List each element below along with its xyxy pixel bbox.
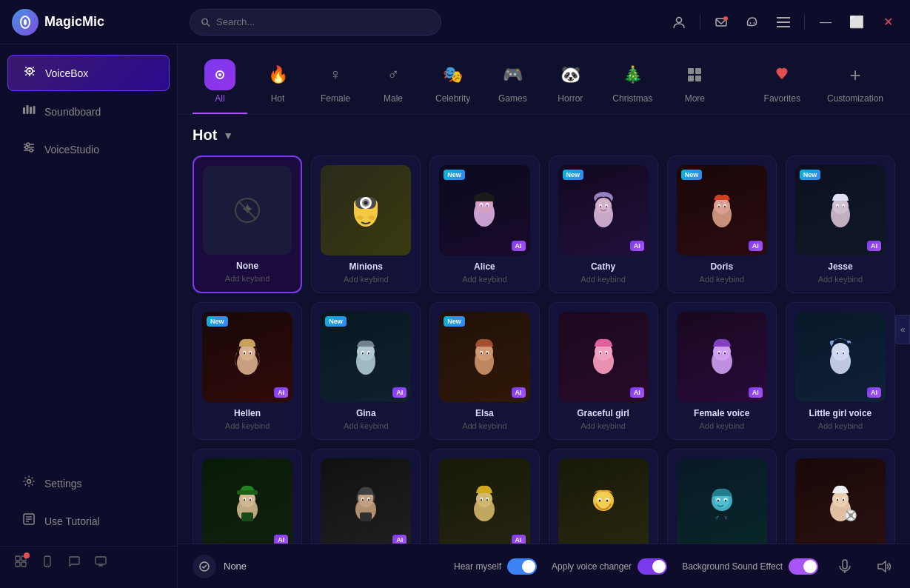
voice-card-alice[interactable]: New AI Alice Add keybind <box>429 156 539 293</box>
search-input[interactable] <box>216 16 430 27</box>
voice-avatar-hellen: New AI <box>202 312 292 402</box>
apply-voice-control: Apply voice changer <box>552 558 667 575</box>
tab-celebrity[interactable]: 🎭 Celebrity <box>424 53 482 114</box>
svg-rect-16 <box>30 107 32 114</box>
svg-point-154 <box>832 491 849 507</box>
bottom-bar: None Hear myself Apply voice changer Bac… <box>178 544 910 588</box>
voice-card-cathy[interactable]: New AI Cathy <box>549 156 658 293</box>
chat-icon[interactable] <box>68 555 80 570</box>
voice-card-little[interactable]: AI Little girl voice Add keybind <box>786 302 895 440</box>
svg-rect-44 <box>695 68 701 74</box>
hear-myself-toggle[interactable] <box>507 558 537 575</box>
badge-ai-jesse: AI <box>867 241 881 251</box>
svg-point-130 <box>362 499 364 501</box>
svg-rect-38 <box>96 557 106 564</box>
voice-keybind-elsa: Add keybind <box>439 421 529 430</box>
voice-card-male[interactable]: AI Male voice Add keybind <box>429 449 539 544</box>
phone-icon[interactable] <box>41 555 53 570</box>
female-tab-icon: ♀ <box>320 59 351 90</box>
badge-new-gina: New <box>325 316 347 327</box>
tab-female[interactable]: ♀ Female <box>308 53 363 114</box>
sidebar-item-tutorial[interactable]: Use Tutorial <box>7 504 170 538</box>
voice-card-grandma[interactable]: Grandma Laura Add keybind <box>786 449 895 544</box>
svg-point-80 <box>837 206 838 208</box>
voice-card-jesse[interactable]: New AI Jesse Add keybind <box>786 156 895 293</box>
maximize-button[interactable]: ⬜ <box>846 12 867 33</box>
volume-icon[interactable] <box>871 555 895 578</box>
voice-card-handsome[interactable]: AI Handsome boy <box>193 449 302 544</box>
tab-hot[interactable]: 🔥 Hot <box>250 53 305 114</box>
svg-text:♀: ♀ <box>723 514 729 521</box>
voice-card-magnetic[interactable]: AI <box>311 449 421 544</box>
voice-keybind-alice: Add keybind <box>439 275 529 284</box>
bg-sound-toggle[interactable] <box>789 558 818 575</box>
voice-card-girl2boy[interactable]: ♂ ♀ Girl to boy Add keybind <box>667 449 777 544</box>
search-bar[interactable] <box>190 9 441 36</box>
voice-keybind-gina: Add keybind <box>321 421 411 430</box>
svg-point-105 <box>605 353 606 355</box>
sidebar-item-voicestudio[interactable]: VoiceStudio <box>7 132 170 167</box>
voice-card-female[interactable]: AI Female voice Add keybind <box>667 302 777 440</box>
discord-icon[interactable] <box>742 12 763 33</box>
app-logo <box>12 9 39 36</box>
app-title: MagicMic <box>44 14 104 30</box>
badge-new-jesse: New <box>800 170 821 180</box>
sidebar-item-settings[interactable]: Settings <box>7 466 170 501</box>
tab-male[interactable]: ♂ Male <box>366 53 421 114</box>
tab-games[interactable]: 🎮 Games <box>485 53 540 114</box>
voice-card-hellen[interactable]: New AI <box>193 302 302 440</box>
monitor-icon[interactable] <box>95 555 107 570</box>
voice-keybind-doris: Add keybind <box>677 275 767 284</box>
svg-rect-17 <box>33 106 36 114</box>
svg-point-13 <box>29 70 31 73</box>
more-tab-icon <box>679 59 710 90</box>
grid-icon[interactable] <box>15 555 27 570</box>
tab-customization[interactable]: + Customization <box>815 53 895 114</box>
sidebar-label-voicestudio: VoiceStudio <box>44 144 99 156</box>
sidebar-bottom <box>0 546 177 579</box>
collapse-button[interactable]: « <box>895 315 910 344</box>
tab-favorites-label: Favorites <box>764 93 800 104</box>
voice-avatar-none: ✦ <box>203 166 292 255</box>
voice-card-graceful[interactable]: AI Graceful girl Add keybind <box>549 302 658 440</box>
mail-icon[interactable] <box>711 12 732 33</box>
badge-new-elsa: New <box>444 316 465 327</box>
category-tabs: All 🔥 Hot ♀ Female ♂ Male 🎭 Celebrity 🎮 … <box>178 44 910 115</box>
voice-card-none[interactable]: ✦ None Add keybind <box>193 156 302 293</box>
badge-ai-alice: AI <box>512 241 526 251</box>
svg-point-98 <box>481 353 482 355</box>
sidebar-item-soundboard[interactable]: Soundboard <box>7 94 170 129</box>
svg-point-104 <box>599 353 600 355</box>
menu-icon[interactable] <box>773 12 794 33</box>
voice-name-hellen: Hellen <box>202 408 292 418</box>
close-button[interactable]: ✕ <box>877 12 898 33</box>
voicestudio-icon <box>22 141 36 158</box>
voice-card-ninja[interactable]: Ninja Add keybind <box>549 449 658 544</box>
voice-avatar-ninja <box>558 458 649 544</box>
user-icon[interactable] <box>669 12 689 33</box>
tab-more[interactable]: More <box>667 53 722 114</box>
tab-favorites[interactable]: Favorites <box>752 53 812 114</box>
tab-all[interactable]: All <box>193 53 247 114</box>
microphone-icon[interactable] <box>833 555 857 578</box>
svg-point-163 <box>200 562 209 571</box>
settings-icon <box>22 475 36 492</box>
voice-name-elsa: Elsa <box>439 408 529 418</box>
tab-horror[interactable]: 🐼 Horror <box>543 53 598 114</box>
apply-voice-toggle[interactable] <box>638 558 667 575</box>
svg-rect-120 <box>237 490 258 495</box>
svg-line-3 <box>207 24 210 26</box>
sidebar-item-voicebox[interactable]: VoiceBox <box>7 55 170 91</box>
svg-point-117 <box>843 353 844 355</box>
tab-christmas[interactable]: 🎄 Christmas <box>600 53 664 114</box>
svg-rect-125 <box>241 512 253 521</box>
voice-avatar-cathy: New AI <box>558 165 649 255</box>
voice-avatar-male: AI <box>439 458 529 544</box>
voice-card-gina[interactable]: New AI Gina Add keybind <box>311 302 421 440</box>
tab-all-label: All <box>215 93 224 104</box>
voice-card-doris[interactable]: New AI Doris Add keybind <box>667 156 777 293</box>
voice-card-elsa[interactable]: New AI Elsa Add keybind <box>429 302 539 440</box>
minimize-button[interactable]: — <box>815 12 836 33</box>
voice-card-minions[interactable]: Minions Add keybind <box>311 156 421 293</box>
search-icon <box>201 17 210 27</box>
